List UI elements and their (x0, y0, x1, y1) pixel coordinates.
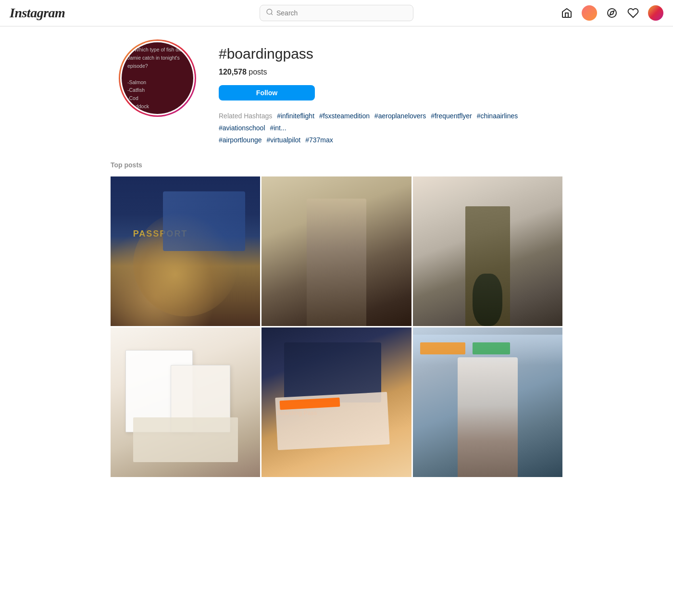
activity-icon[interactable] (627, 7, 639, 19)
post-item[interactable] (262, 327, 411, 477)
related-label: Related Hashtags (219, 112, 272, 120)
posts-count: 120,578 posts (219, 68, 553, 76)
svg-marker-3 (610, 11, 614, 15)
hashtag-link-fsxsteamedition[interactable]: #fsxsteamedition (319, 112, 370, 120)
top-posts-title: Top posts (111, 161, 562, 169)
logo[interactable]: Instagram (10, 5, 227, 21)
profile-section: Q) Which type of fish did Jamie catch in… (101, 26, 572, 161)
post-item[interactable] (413, 327, 562, 477)
related-hashtags: Related Hashtags #infiniteflight #fsxste… (219, 110, 553, 147)
hashtag-avatar: Q) Which type of fish did Jamie catch in… (122, 42, 193, 114)
hashtag-link-airportlounge[interactable]: #airportlounge (219, 136, 262, 144)
posts-grid (111, 176, 562, 478)
avatar-ring-inner: Q) Which type of fish did Jamie catch in… (120, 41, 195, 115)
svg-line-1 (271, 13, 273, 15)
profile-info: #boardingpass 120,578 posts Follow Relat… (219, 41, 553, 147)
post-item[interactable] (111, 176, 260, 326)
svg-point-2 (608, 9, 616, 17)
hashtag-avatar-wrapper: Q) Which type of fish did Jamie catch in… (120, 41, 195, 115)
hashtag-title: #boardingpass (219, 46, 553, 62)
post-image-boarding-pass (262, 327, 411, 477)
content-section: Top posts (101, 161, 572, 497)
header: Instagram (0, 0, 673, 26)
follow-button[interactable]: Follow (219, 85, 315, 101)
post-image-passport (111, 176, 260, 326)
posts-count-number: 120,578 (219, 68, 247, 76)
hashtag-link-aviationschool[interactable]: #aviationschool (219, 124, 265, 132)
search-icon (266, 8, 274, 18)
post-item[interactable] (262, 176, 411, 326)
search-box (260, 5, 413, 21)
post-item[interactable] (413, 176, 562, 326)
hashtag-link-aeroplanelovers[interactable]: #aeroplanelovers (374, 112, 426, 120)
hashtag-link-737max[interactable]: #737max (305, 136, 333, 144)
user-avatar[interactable] (648, 5, 663, 21)
hashtag-link-chinaairlines[interactable]: #chinaairlines (477, 112, 518, 120)
avatar-ring: Q) Which type of fish did Jamie catch in… (119, 39, 196, 117)
search-input[interactable] (276, 9, 407, 17)
header-nav (446, 5, 663, 21)
hashtag-link-virtualpilot[interactable]: #virtualpilot (266, 136, 300, 144)
notification-avatar[interactable] (582, 5, 597, 21)
home-icon[interactable] (561, 7, 573, 19)
post-item[interactable] (111, 327, 260, 477)
hashtag-link-frequentflyer[interactable]: #frequentflyer (431, 112, 472, 120)
hashtag-link-int[interactable]: #int... (270, 124, 286, 132)
avatar-text: Q) Which type of fish did Jamie catch in… (127, 46, 187, 110)
svg-point-0 (267, 9, 272, 14)
search-container (227, 5, 445, 21)
post-image-wedding (111, 327, 260, 477)
post-image-escalator (413, 327, 562, 477)
hashtag-link-infiniteflight[interactable]: #infiniteflight (277, 112, 314, 120)
posts-label: posts (249, 68, 267, 76)
post-image-airport-woman (262, 176, 411, 326)
explore-icon[interactable] (606, 7, 618, 19)
post-image-military (413, 176, 562, 326)
